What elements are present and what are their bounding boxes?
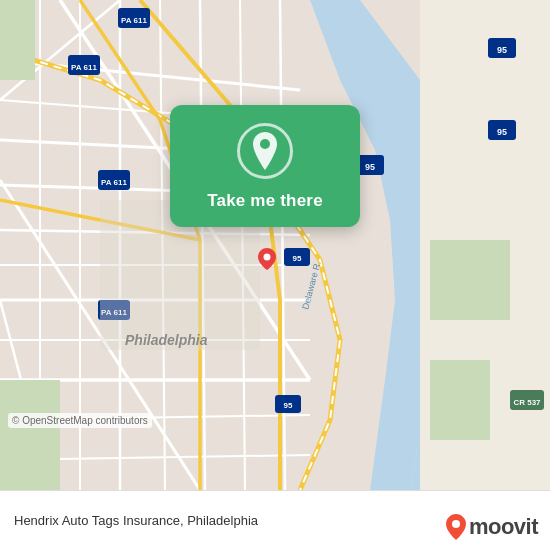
bottom-bar: Hendrix Auto Tags Insurance, Philadelphi… — [0, 490, 550, 550]
svg-text:95: 95 — [284, 401, 293, 410]
svg-text:95: 95 — [365, 162, 375, 172]
moovit-brand-text: moovit — [469, 514, 538, 540]
location-icon-wrap — [237, 123, 293, 179]
popup-card: Take me there — [170, 105, 360, 227]
map-attribution: © OpenStreetMap contributors — [8, 413, 152, 428]
svg-rect-52 — [430, 360, 490, 440]
location-name-text: Hendrix Auto Tags Insurance, Philadelphi… — [14, 513, 258, 528]
moovit-logo: moovit — [445, 514, 538, 540]
svg-point-54 — [260, 139, 270, 149]
svg-text:PA 611: PA 611 — [121, 16, 147, 25]
map-container: 95 95 95 95 95 PA 611 PA 611 PA 611 PA 6… — [0, 0, 550, 490]
svg-text:PA 611: PA 611 — [101, 178, 127, 187]
moovit-pin-icon — [445, 514, 467, 540]
svg-text:CR 537: CR 537 — [513, 398, 541, 407]
svg-text:PA 611: PA 611 — [71, 63, 97, 72]
svg-text:95: 95 — [497, 127, 507, 137]
location-pin-icon — [249, 132, 281, 170]
map-pin-marker — [258, 248, 276, 274]
svg-rect-49 — [0, 0, 35, 80]
svg-text:95: 95 — [497, 45, 507, 55]
svg-rect-51 — [430, 240, 510, 320]
svg-text:95: 95 — [293, 254, 302, 263]
take-me-there-button[interactable]: Take me there — [207, 191, 323, 211]
svg-rect-50 — [0, 380, 60, 490]
svg-point-55 — [264, 254, 271, 261]
svg-point-56 — [452, 520, 460, 528]
